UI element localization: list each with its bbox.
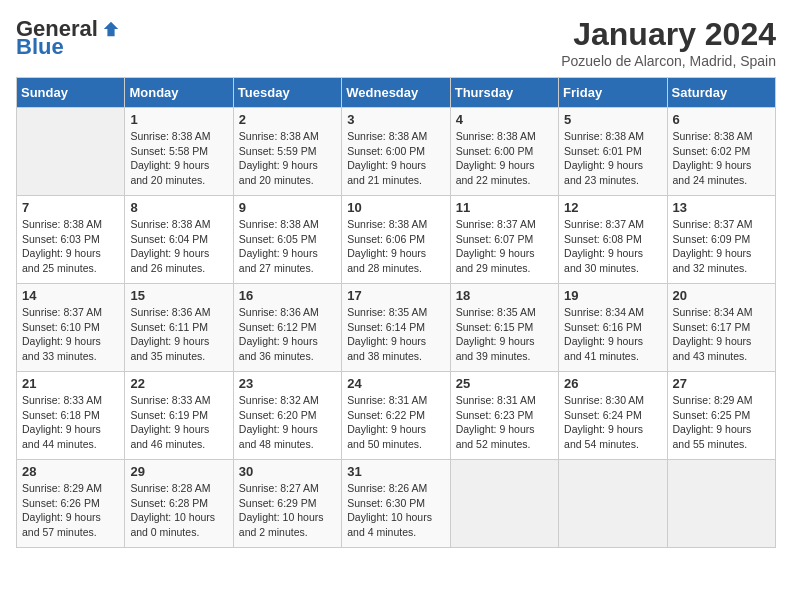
calendar-table: SundayMondayTuesdayWednesdayThursdayFrid… xyxy=(16,77,776,548)
day-number: 26 xyxy=(564,376,661,391)
calendar-cell: 3Sunrise: 8:38 AM Sunset: 6:00 PM Daylig… xyxy=(342,108,450,196)
calendar-cell xyxy=(559,460,667,548)
logo-icon xyxy=(102,20,120,38)
day-number: 14 xyxy=(22,288,119,303)
day-info: Sunrise: 8:27 AM Sunset: 6:29 PM Dayligh… xyxy=(239,481,336,540)
col-header-friday: Friday xyxy=(559,78,667,108)
calendar-cell: 29Sunrise: 8:28 AM Sunset: 6:28 PM Dayli… xyxy=(125,460,233,548)
day-number: 28 xyxy=(22,464,119,479)
calendar-cell: 2Sunrise: 8:38 AM Sunset: 5:59 PM Daylig… xyxy=(233,108,341,196)
day-info: Sunrise: 8:28 AM Sunset: 6:28 PM Dayligh… xyxy=(130,481,227,540)
calendar-cell: 5Sunrise: 8:38 AM Sunset: 6:01 PM Daylig… xyxy=(559,108,667,196)
page-header: General Blue January 2024 Pozuelo de Ala… xyxy=(16,16,776,69)
calendar-cell: 12Sunrise: 8:37 AM Sunset: 6:08 PM Dayli… xyxy=(559,196,667,284)
col-header-sunday: Sunday xyxy=(17,78,125,108)
calendar-cell: 20Sunrise: 8:34 AM Sunset: 6:17 PM Dayli… xyxy=(667,284,775,372)
day-info: Sunrise: 8:37 AM Sunset: 6:08 PM Dayligh… xyxy=(564,217,661,276)
calendar-cell: 30Sunrise: 8:27 AM Sunset: 6:29 PM Dayli… xyxy=(233,460,341,548)
day-info: Sunrise: 8:31 AM Sunset: 6:23 PM Dayligh… xyxy=(456,393,553,452)
calendar-cell: 16Sunrise: 8:36 AM Sunset: 6:12 PM Dayli… xyxy=(233,284,341,372)
logo-blue-text: Blue xyxy=(16,34,64,60)
day-number: 23 xyxy=(239,376,336,391)
calendar-cell xyxy=(17,108,125,196)
day-number: 20 xyxy=(673,288,770,303)
day-info: Sunrise: 8:29 AM Sunset: 6:26 PM Dayligh… xyxy=(22,481,119,540)
day-number: 29 xyxy=(130,464,227,479)
day-number: 22 xyxy=(130,376,227,391)
day-info: Sunrise: 8:35 AM Sunset: 6:15 PM Dayligh… xyxy=(456,305,553,364)
day-info: Sunrise: 8:31 AM Sunset: 6:22 PM Dayligh… xyxy=(347,393,444,452)
day-info: Sunrise: 8:38 AM Sunset: 6:00 PM Dayligh… xyxy=(347,129,444,188)
day-info: Sunrise: 8:37 AM Sunset: 6:10 PM Dayligh… xyxy=(22,305,119,364)
day-number: 25 xyxy=(456,376,553,391)
day-number: 12 xyxy=(564,200,661,215)
day-number: 3 xyxy=(347,112,444,127)
day-info: Sunrise: 8:35 AM Sunset: 6:14 PM Dayligh… xyxy=(347,305,444,364)
day-info: Sunrise: 8:26 AM Sunset: 6:30 PM Dayligh… xyxy=(347,481,444,540)
calendar-cell: 17Sunrise: 8:35 AM Sunset: 6:14 PM Dayli… xyxy=(342,284,450,372)
day-number: 2 xyxy=(239,112,336,127)
logo: General Blue xyxy=(16,16,120,60)
day-info: Sunrise: 8:38 AM Sunset: 6:06 PM Dayligh… xyxy=(347,217,444,276)
day-info: Sunrise: 8:36 AM Sunset: 6:11 PM Dayligh… xyxy=(130,305,227,364)
day-number: 30 xyxy=(239,464,336,479)
day-number: 21 xyxy=(22,376,119,391)
col-header-thursday: Thursday xyxy=(450,78,558,108)
day-number: 7 xyxy=(22,200,119,215)
calendar-cell: 31Sunrise: 8:26 AM Sunset: 6:30 PM Dayli… xyxy=(342,460,450,548)
day-info: Sunrise: 8:38 AM Sunset: 5:58 PM Dayligh… xyxy=(130,129,227,188)
calendar-cell: 13Sunrise: 8:37 AM Sunset: 6:09 PM Dayli… xyxy=(667,196,775,284)
day-number: 15 xyxy=(130,288,227,303)
day-info: Sunrise: 8:37 AM Sunset: 6:07 PM Dayligh… xyxy=(456,217,553,276)
calendar-cell: 25Sunrise: 8:31 AM Sunset: 6:23 PM Dayli… xyxy=(450,372,558,460)
day-info: Sunrise: 8:32 AM Sunset: 6:20 PM Dayligh… xyxy=(239,393,336,452)
day-number: 24 xyxy=(347,376,444,391)
day-info: Sunrise: 8:38 AM Sunset: 6:01 PM Dayligh… xyxy=(564,129,661,188)
calendar-cell: 9Sunrise: 8:38 AM Sunset: 6:05 PM Daylig… xyxy=(233,196,341,284)
svg-marker-0 xyxy=(104,22,118,36)
calendar-cell: 11Sunrise: 8:37 AM Sunset: 6:07 PM Dayli… xyxy=(450,196,558,284)
day-number: 27 xyxy=(673,376,770,391)
day-info: Sunrise: 8:29 AM Sunset: 6:25 PM Dayligh… xyxy=(673,393,770,452)
day-info: Sunrise: 8:38 AM Sunset: 6:05 PM Dayligh… xyxy=(239,217,336,276)
day-info: Sunrise: 8:38 AM Sunset: 5:59 PM Dayligh… xyxy=(239,129,336,188)
month-title: January 2024 xyxy=(561,16,776,53)
day-number: 4 xyxy=(456,112,553,127)
calendar-cell: 27Sunrise: 8:29 AM Sunset: 6:25 PM Dayli… xyxy=(667,372,775,460)
day-info: Sunrise: 8:33 AM Sunset: 6:19 PM Dayligh… xyxy=(130,393,227,452)
day-number: 8 xyxy=(130,200,227,215)
calendar-cell: 18Sunrise: 8:35 AM Sunset: 6:15 PM Dayli… xyxy=(450,284,558,372)
calendar-cell: 23Sunrise: 8:32 AM Sunset: 6:20 PM Dayli… xyxy=(233,372,341,460)
col-header-tuesday: Tuesday xyxy=(233,78,341,108)
calendar-cell: 19Sunrise: 8:34 AM Sunset: 6:16 PM Dayli… xyxy=(559,284,667,372)
day-number: 5 xyxy=(564,112,661,127)
col-header-saturday: Saturday xyxy=(667,78,775,108)
day-number: 6 xyxy=(673,112,770,127)
day-info: Sunrise: 8:38 AM Sunset: 6:04 PM Dayligh… xyxy=(130,217,227,276)
calendar-cell: 15Sunrise: 8:36 AM Sunset: 6:11 PM Dayli… xyxy=(125,284,233,372)
day-number: 10 xyxy=(347,200,444,215)
calendar-cell: 28Sunrise: 8:29 AM Sunset: 6:26 PM Dayli… xyxy=(17,460,125,548)
day-info: Sunrise: 8:33 AM Sunset: 6:18 PM Dayligh… xyxy=(22,393,119,452)
day-info: Sunrise: 8:36 AM Sunset: 6:12 PM Dayligh… xyxy=(239,305,336,364)
calendar-cell: 10Sunrise: 8:38 AM Sunset: 6:06 PM Dayli… xyxy=(342,196,450,284)
calendar-cell: 24Sunrise: 8:31 AM Sunset: 6:22 PM Dayli… xyxy=(342,372,450,460)
calendar-cell xyxy=(667,460,775,548)
day-number: 18 xyxy=(456,288,553,303)
day-info: Sunrise: 8:37 AM Sunset: 6:09 PM Dayligh… xyxy=(673,217,770,276)
calendar-cell: 8Sunrise: 8:38 AM Sunset: 6:04 PM Daylig… xyxy=(125,196,233,284)
calendar-cell: 26Sunrise: 8:30 AM Sunset: 6:24 PM Dayli… xyxy=(559,372,667,460)
day-number: 19 xyxy=(564,288,661,303)
col-header-monday: Monday xyxy=(125,78,233,108)
day-info: Sunrise: 8:30 AM Sunset: 6:24 PM Dayligh… xyxy=(564,393,661,452)
day-info: Sunrise: 8:34 AM Sunset: 6:16 PM Dayligh… xyxy=(564,305,661,364)
day-number: 13 xyxy=(673,200,770,215)
day-info: Sunrise: 8:38 AM Sunset: 6:02 PM Dayligh… xyxy=(673,129,770,188)
day-number: 11 xyxy=(456,200,553,215)
title-block: January 2024 Pozuelo de Alarcon, Madrid,… xyxy=(561,16,776,69)
day-number: 9 xyxy=(239,200,336,215)
calendar-cell: 22Sunrise: 8:33 AM Sunset: 6:19 PM Dayli… xyxy=(125,372,233,460)
day-number: 1 xyxy=(130,112,227,127)
calendar-cell: 14Sunrise: 8:37 AM Sunset: 6:10 PM Dayli… xyxy=(17,284,125,372)
day-info: Sunrise: 8:34 AM Sunset: 6:17 PM Dayligh… xyxy=(673,305,770,364)
